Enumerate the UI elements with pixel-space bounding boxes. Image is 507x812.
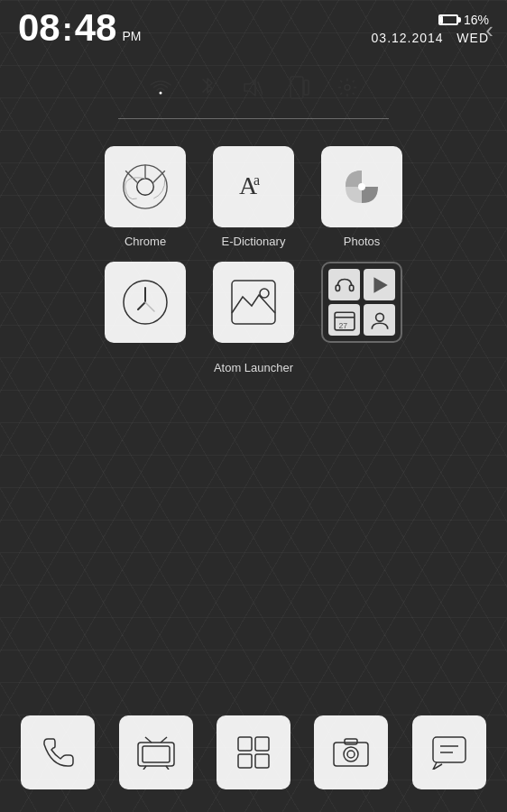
app-clock[interactable] [100,262,190,350]
svg-rect-29 [255,737,269,751]
dock-messages[interactable] [412,715,486,789]
app-dictionary[interactable]: A a E-Dictionary [208,146,299,248]
app-folder[interactable]: 27 [317,262,407,343]
back-button[interactable]: ‹ [485,16,493,44]
chrome-label: Chrome [124,235,166,248]
dock-apps[interactable] [217,715,290,789]
svg-rect-28 [238,737,252,751]
svg-rect-31 [255,754,269,768]
svg-line-12 [138,302,145,309]
photos-label: Photos [344,235,380,248]
dock-phone[interactable] [21,715,95,789]
app-photos[interactable]: Photos [317,146,407,248]
svg-point-33 [344,747,358,761]
time-hours: 08 [18,9,60,47]
time-colon: : [62,11,73,49]
svg-rect-32 [334,743,368,766]
svg-line-26 [161,737,167,743]
gallery-icon [213,262,294,343]
battery-icon [438,14,458,25]
bluetooth-toggle[interactable] [199,76,216,105]
app-row-2: 27 [100,262,407,350]
svg-rect-3 [304,80,309,95]
status-bar: 08 : 48 PM 16% 03.12.2014 WED ‹ [0,0,507,58]
status-right: 16% 03.12.2014 WED [372,13,489,45]
app-gallery[interactable] [208,262,299,350]
dictionary-icon: A a [213,146,294,227]
folder-icon: 27 [321,262,402,343]
svg-text:a: a [254,172,260,188]
svg-marker-0 [244,79,255,96]
battery-info: 16% [438,13,489,27]
app-row-1: Chrome A a E-Dictionary [100,146,407,248]
clock-icon [105,262,186,343]
svg-point-6 [137,179,154,196]
date-display: 03.12.2014 WED [372,31,489,45]
quick-settings-bar [0,58,507,118]
time-minutes: 48 [75,9,117,47]
svg-point-34 [347,751,355,758]
svg-rect-27 [143,746,170,762]
folder-label: Atom Launcher [214,359,293,375]
display-toggle[interactable] [290,76,309,105]
folder-cell-contacts [364,304,395,336]
chrome-icon [105,146,186,227]
settings-icon[interactable] [336,77,358,104]
svg-point-21 [375,313,383,321]
photos-icon [321,146,402,227]
svg-rect-36 [433,737,466,762]
wifi-toggle[interactable] [149,78,172,102]
svg-text:27: 27 [338,320,347,329]
svg-marker-17 [373,277,387,292]
app-grid: Chrome A a E-Dictionary [0,119,507,393]
dock-camera[interactable] [314,715,388,789]
svg-line-1 [258,82,263,95]
sound-toggle[interactable] [243,77,263,104]
svg-line-25 [145,737,152,743]
folder-cell-play [364,269,395,300]
svg-rect-35 [345,739,357,744]
time-ampm: PM [122,29,141,49]
svg-rect-30 [238,754,252,768]
svg-point-14 [260,289,269,298]
folder-cell-headphones [328,269,360,300]
svg-point-9 [358,183,365,190]
dock-tv[interactable] [119,715,193,789]
time-display: 08 : 48 PM [18,9,141,49]
dictionary-label: E-Dictionary [222,235,286,248]
app-chrome[interactable]: Chrome [100,146,190,248]
svg-rect-2 [290,77,303,98]
bottom-dock [0,702,507,812]
folder-cell-calendar: 27 [328,304,360,336]
svg-point-4 [345,85,350,90]
